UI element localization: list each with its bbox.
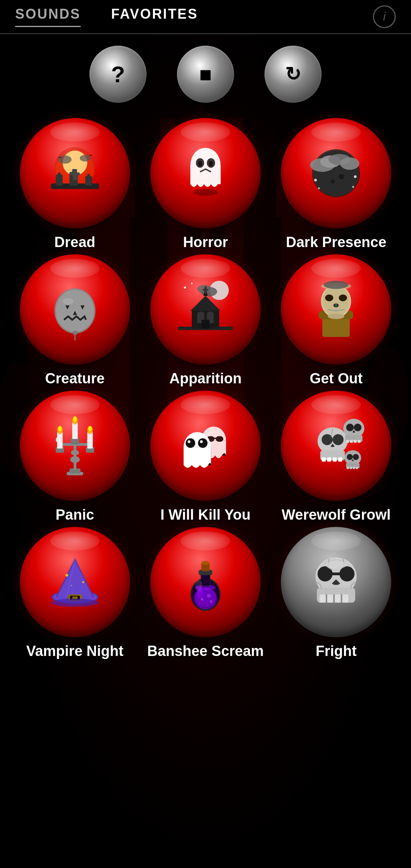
controls-row: ? ■ ↻	[0, 34, 411, 110]
sound-item-i-will-kill-you[interactable]: I Will Kill You	[142, 391, 269, 523]
svg-rect-87	[201, 320, 210, 329]
sound-ball-panic	[20, 391, 130, 501]
sound-ball-creature	[20, 254, 130, 365]
tab-bar: SOUNDS FAVORITES i	[0, 0, 411, 34]
svg-rect-189	[341, 594, 342, 603]
svg-rect-131	[327, 458, 331, 462]
svg-point-69	[62, 298, 73, 305]
svg-point-144	[354, 424, 362, 431]
tab-favorites[interactable]: FAVORITES	[111, 6, 198, 27]
help-button[interactable]: ?	[89, 46, 147, 103]
sound-item-dark-presence[interactable]: Dark Presence	[273, 118, 400, 251]
sound-label-dread: Dread	[54, 234, 96, 251]
svg-point-134	[322, 434, 333, 445]
svg-point-126	[188, 440, 190, 443]
svg-point-94	[339, 294, 347, 301]
svg-point-191	[339, 566, 355, 582]
sound-label-werewolf-growl: Werewolf Growl	[282, 507, 390, 523]
svg-point-75	[191, 283, 193, 284]
sound-item-horror[interactable]: Horror	[142, 118, 269, 251]
svg-point-124	[186, 438, 195, 448]
svg-rect-109	[87, 432, 92, 448]
sounds-grid: Dread	[0, 110, 411, 667]
svg-point-59	[314, 179, 317, 181]
svg-point-104	[71, 450, 79, 455]
question-mark-icon: ?	[111, 61, 125, 88]
svg-point-143	[346, 424, 354, 431]
svg-point-174	[201, 561, 210, 565]
svg-point-93	[325, 294, 334, 301]
sound-ball-i-will-kill-you	[150, 391, 261, 501]
svg-point-151	[347, 454, 353, 460]
svg-rect-34	[56, 175, 62, 186]
svg-point-178	[210, 600, 212, 603]
sound-label-banshee-scream: Banshee Scream	[147, 643, 264, 659]
svg-point-48	[193, 189, 218, 196]
svg-marker-156	[57, 560, 93, 597]
svg-point-53	[331, 179, 335, 183]
svg-rect-35	[58, 172, 61, 175]
sound-item-apparition[interactable]: Apparition	[142, 254, 269, 387]
info-button[interactable]: i	[373, 5, 396, 28]
sound-ball-apparition	[150, 254, 261, 365]
svg-point-176	[207, 594, 211, 598]
tab-group: SOUNDS FAVORITES	[15, 6, 198, 27]
svg-point-62	[352, 186, 354, 188]
svg-point-47	[209, 161, 213, 166]
stop-button[interactable]: ■	[177, 46, 234, 103]
svg-point-65	[56, 290, 94, 332]
svg-rect-141	[354, 440, 357, 443]
svg-rect-183	[320, 594, 326, 603]
svg-rect-192	[332, 573, 341, 575]
sound-label-vampire-night: Vampire Night	[26, 643, 124, 659]
svg-point-177	[201, 598, 203, 600]
sound-item-get-out[interactable]: Get Out	[273, 254, 400, 387]
sound-ball-dark-presence	[281, 118, 391, 228]
svg-point-127	[200, 440, 203, 443]
svg-point-162	[65, 574, 68, 576]
sound-label-panic: Panic	[56, 507, 94, 523]
tab-sounds[interactable]: SOUNDS	[15, 6, 81, 27]
svg-point-31	[58, 155, 72, 164]
svg-rect-171	[201, 574, 210, 586]
svg-point-152	[353, 454, 359, 460]
sound-item-vampire-night[interactable]: Vampire Night	[11, 527, 138, 659]
svg-point-103	[70, 456, 80, 463]
svg-point-86	[207, 311, 214, 316]
sound-item-dread[interactable]: Dread	[11, 118, 138, 251]
svg-rect-188	[333, 594, 335, 603]
sound-item-creature[interactable]: Creature	[11, 254, 138, 387]
svg-point-114	[88, 426, 92, 431]
sound-item-fright[interactable]: Fright	[273, 527, 400, 659]
svg-rect-108	[57, 432, 62, 448]
svg-rect-139	[346, 440, 349, 443]
svg-rect-186	[342, 594, 349, 603]
svg-rect-133	[338, 458, 342, 462]
svg-point-161	[51, 598, 98, 607]
svg-rect-149	[353, 467, 355, 469]
sound-ball-banshee-scream	[150, 527, 261, 637]
info-icon: i	[383, 10, 386, 24]
svg-rect-132	[333, 458, 337, 462]
sound-label-fright: Fright	[316, 643, 357, 659]
repeat-button[interactable]: ↻	[264, 46, 322, 103]
svg-rect-39	[87, 174, 90, 177]
stop-icon: ■	[199, 62, 212, 86]
svg-rect-120	[216, 436, 223, 442]
sound-label-creature: Creature	[45, 370, 105, 387]
svg-point-60	[354, 175, 357, 178]
svg-point-61	[318, 187, 320, 189]
sound-label-get-out: Get Out	[310, 370, 363, 387]
svg-rect-148	[350, 467, 352, 469]
sound-item-panic[interactable]: Panic	[11, 391, 138, 523]
svg-rect-184	[327, 594, 333, 603]
svg-point-116	[73, 416, 76, 422]
sound-item-banshee-scream[interactable]: Banshee Scream	[142, 527, 269, 659]
svg-rect-121	[214, 437, 217, 439]
sound-item-werewolf-growl[interactable]: Werewolf Growl	[273, 391, 400, 523]
svg-point-112	[58, 426, 62, 431]
sound-ball-get-out	[281, 254, 391, 365]
svg-rect-38	[85, 176, 92, 185]
sound-label-apparition: Apparition	[169, 370, 242, 387]
svg-rect-41	[70, 172, 80, 175]
